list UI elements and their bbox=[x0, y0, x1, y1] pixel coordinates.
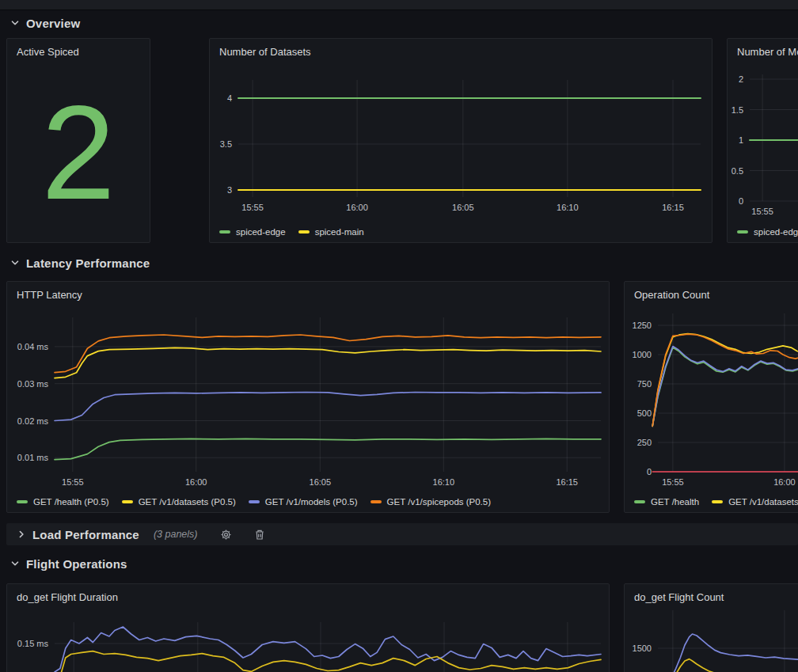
chart-legend: spiced-edgespiced-main bbox=[219, 227, 364, 237]
y-tick-label: 3.5 bbox=[220, 139, 232, 149]
series-line bbox=[652, 347, 798, 427]
series-line bbox=[673, 659, 798, 672]
chevron-down-icon bbox=[10, 559, 20, 568]
y-tick-label: 1250 bbox=[633, 321, 652, 330]
legend-swatch bbox=[17, 500, 28, 503]
legend-label: spiced-edge bbox=[236, 227, 286, 237]
stat-value-wrap: 2 bbox=[7, 63, 150, 242]
series-line bbox=[55, 347, 601, 378]
chevron-down-icon bbox=[10, 258, 20, 268]
y-tick-label: 1500 bbox=[633, 644, 652, 653]
panel-number-of-models: Number of Models 21.510.5015:5516:00 spi… bbox=[727, 38, 798, 243]
legend-item[interactable]: spiced-edge bbox=[219, 227, 286, 237]
section-title: Latency Performance bbox=[26, 256, 150, 270]
active-spiced-value: 2 bbox=[41, 86, 115, 219]
y-tick-label: 0.02 ms bbox=[17, 416, 49, 426]
series-line bbox=[55, 393, 601, 421]
panel-title[interactable]: Number of Datasets bbox=[219, 46, 705, 58]
toolbar-edge bbox=[0, 0, 798, 10]
panel-operation-count: Operation Count 12501000750500250015:551… bbox=[624, 281, 798, 513]
x-tick-label: 16:10 bbox=[557, 203, 579, 212]
x-tick-label: 16:05 bbox=[452, 203, 474, 212]
legend-swatch bbox=[249, 500, 260, 503]
legend-label: GET /health bbox=[651, 497, 699, 507]
series-line bbox=[652, 347, 798, 426]
legend-item[interactable]: GET /v1/spicepods (P0.5) bbox=[370, 497, 491, 507]
legend-item[interactable]: GET /v1/datasets bbox=[712, 497, 798, 507]
x-tick-label: 16:15 bbox=[662, 203, 684, 212]
section-row-latency-performance[interactable]: Latency Performance bbox=[0, 252, 798, 274]
x-tick-label: 16:00 bbox=[773, 477, 796, 487]
chevron-right-icon bbox=[17, 530, 26, 539]
legend-label: GET /v1/datasets (P0.5) bbox=[139, 497, 236, 507]
legend-swatch bbox=[370, 500, 382, 503]
chart-legend: GET /healthGET /v1/datasets bbox=[634, 497, 798, 507]
legend-label: GET /health (P0.5) bbox=[33, 497, 109, 507]
y-tick-label: 0.03 ms bbox=[17, 379, 49, 389]
legend-item[interactable]: spiced-edge bbox=[737, 227, 798, 237]
legend-swatch bbox=[712, 500, 723, 503]
section-row-flight-operations[interactable]: Flight Operations bbox=[0, 552, 798, 575]
panel-number-of-datasets: Number of Datasets 43.5315:5516:0016:051… bbox=[209, 38, 712, 243]
http-latency-chart: 0.04 ms0.03 ms0.02 ms0.01 ms15:5516:0016… bbox=[7, 282, 610, 513]
series-line bbox=[673, 634, 798, 672]
series-line bbox=[55, 651, 601, 672]
section-title: Flight Operations bbox=[26, 557, 127, 571]
legend-swatch bbox=[298, 230, 310, 233]
section-title: Load Performance bbox=[32, 528, 139, 541]
x-tick-label: 16:15 bbox=[556, 477, 578, 487]
series-line bbox=[55, 335, 601, 373]
chart-legend: GET /health (P0.5)GET /v1/datasets (P0.5… bbox=[17, 497, 491, 507]
section-title: Overview bbox=[26, 17, 80, 30]
chart-legend: spiced-edge bbox=[737, 227, 798, 237]
x-tick-label: 15:55 bbox=[62, 477, 84, 487]
x-tick-label: 15:55 bbox=[751, 207, 773, 216]
series-line bbox=[55, 439, 601, 459]
legend-swatch bbox=[737, 230, 748, 233]
legend-swatch bbox=[634, 500, 645, 503]
panel-do-get-flight-duration: do_get Flight Duration 0.15 ms bbox=[6, 583, 610, 672]
legend-label: GET /v1/models (P0.5) bbox=[265, 497, 358, 507]
y-tick-label: 250 bbox=[637, 438, 652, 447]
legend-swatch bbox=[122, 500, 133, 503]
trash-icon bbox=[254, 529, 265, 541]
x-tick-label: 15:55 bbox=[241, 203, 264, 212]
y-tick-label: 3 bbox=[227, 185, 232, 195]
panel-title[interactable]: do_get Flight Duration bbox=[17, 591, 602, 603]
y-tick-label: 1 bbox=[739, 135, 743, 145]
legend-label: GET /v1/datasets bbox=[728, 497, 798, 507]
y-tick-label: 500 bbox=[637, 408, 652, 418]
gear-icon bbox=[220, 529, 232, 541]
panels-count: (3 panels) bbox=[154, 529, 198, 540]
legend-item[interactable]: GET /v1/models (P0.5) bbox=[249, 497, 358, 507]
y-tick-label: 750 bbox=[637, 379, 652, 389]
series-line bbox=[55, 627, 601, 672]
legend-label: spiced-main bbox=[315, 227, 364, 237]
panel-title[interactable]: HTTP Latency bbox=[17, 289, 602, 301]
row-delete-button[interactable] bbox=[249, 526, 271, 543]
panel-title[interactable]: Number of Models bbox=[737, 46, 798, 58]
y-tick-label: 1000 bbox=[633, 350, 652, 359]
panel-active-spiced: Active Spiced 2 bbox=[6, 38, 150, 243]
y-tick-label: 1.5 bbox=[732, 105, 743, 115]
panel-title[interactable]: do_get Flight Count bbox=[634, 591, 798, 603]
legend-item[interactable]: GET /health (P0.5) bbox=[17, 497, 109, 507]
y-tick-label: 0 bbox=[739, 196, 743, 206]
y-tick-label: 0.01 ms bbox=[17, 453, 49, 462]
section-row-overview[interactable]: Overview bbox=[0, 12, 798, 34]
chevron-down-icon bbox=[10, 18, 20, 28]
row-settings-button[interactable] bbox=[215, 526, 238, 543]
y-tick-label: 4 bbox=[227, 93, 232, 103]
y-tick-label: 0.5 bbox=[732, 166, 743, 176]
legend-item[interactable]: GET /v1/datasets (P0.5) bbox=[122, 497, 236, 507]
panel-title[interactable]: Operation Count bbox=[634, 289, 798, 301]
panel-title[interactable]: Active Spiced bbox=[17, 46, 143, 58]
number-of-datasets-chart: 43.5315:5516:0016:0516:1016:15 bbox=[210, 39, 712, 243]
x-tick-label: 16:10 bbox=[433, 477, 455, 487]
legend-item[interactable]: spiced-main bbox=[298, 227, 364, 237]
panel-http-latency: HTTP Latency 0.04 ms0.03 ms0.02 ms0.01 m… bbox=[6, 281, 610, 513]
section-row-load-performance[interactable]: Load Performance (3 panels) bbox=[6, 523, 798, 545]
panel-do-get-flight-count: do_get Flight Count 1500 bbox=[624, 583, 798, 672]
y-tick-label: 0.15 ms bbox=[17, 639, 49, 648]
legend-item[interactable]: GET /health bbox=[634, 497, 699, 507]
